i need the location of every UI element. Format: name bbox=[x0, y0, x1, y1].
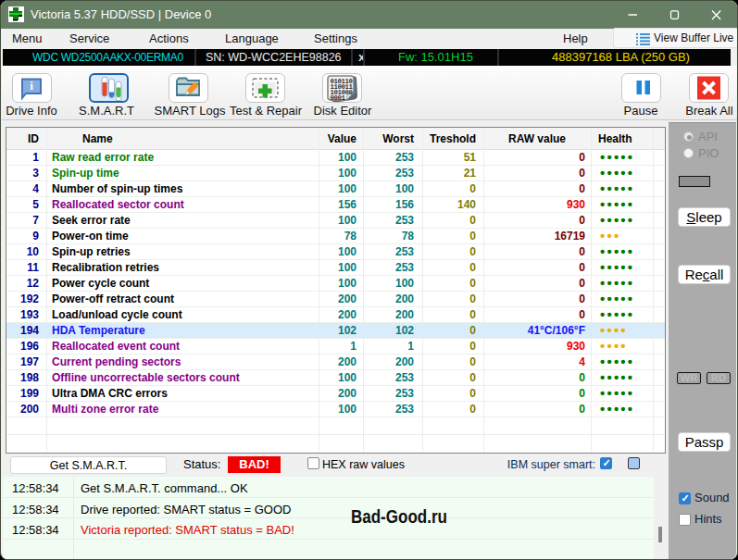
svg-text:i: i bbox=[30, 79, 33, 93]
svg-text:0001: 0001 bbox=[331, 94, 346, 102]
